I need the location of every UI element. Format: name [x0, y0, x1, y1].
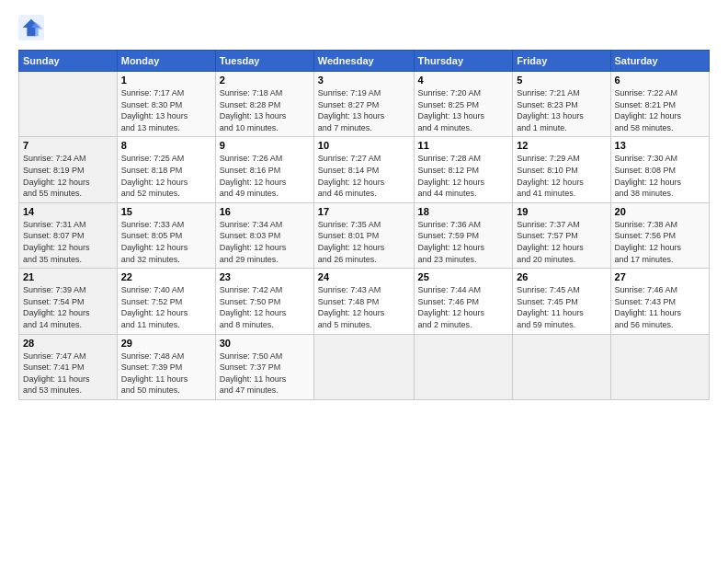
- col-header-sunday: Sunday: [19, 51, 118, 72]
- day-info: Sunrise: 7:40 AM Sunset: 7:52 PM Dayligh…: [121, 284, 211, 330]
- day-info: Sunrise: 7:43 AM Sunset: 7:48 PM Dayligh…: [318, 284, 410, 330]
- day-number: 8: [121, 140, 211, 151]
- day-number: 1: [121, 75, 211, 86]
- col-header-friday: Friday: [513, 51, 610, 72]
- day-cell: 6Sunrise: 7:22 AM Sunset: 8:21 PM Daylig…: [610, 72, 709, 137]
- day-info: Sunrise: 7:46 AM Sunset: 7:43 PM Dayligh…: [615, 284, 705, 330]
- day-number: 9: [220, 140, 310, 151]
- day-number: 4: [418, 75, 509, 86]
- day-cell: [313, 334, 414, 399]
- day-cell: 19Sunrise: 7:37 AM Sunset: 7:57 PM Dayli…: [513, 202, 610, 268]
- col-header-tuesday: Tuesday: [215, 51, 313, 72]
- day-cell: 7Sunrise: 7:24 AM Sunset: 8:19 PM Daylig…: [19, 137, 118, 202]
- day-number: 3: [318, 75, 410, 86]
- day-info: Sunrise: 7:44 AM Sunset: 7:46 PM Dayligh…: [418, 284, 509, 330]
- day-info: Sunrise: 7:28 AM Sunset: 8:12 PM Dayligh…: [418, 153, 509, 199]
- day-info: Sunrise: 7:19 AM Sunset: 8:27 PM Dayligh…: [318, 87, 410, 133]
- page: SundayMondayTuesdayWednesdayThursdayFrid…: [0, 0, 728, 563]
- day-cell: 10Sunrise: 7:27 AM Sunset: 8:14 PM Dayli…: [313, 137, 414, 202]
- day-cell: 2Sunrise: 7:18 AM Sunset: 8:28 PM Daylig…: [215, 72, 313, 137]
- day-info: Sunrise: 7:21 AM Sunset: 8:23 PM Dayligh…: [517, 87, 606, 133]
- day-number: 6: [615, 75, 705, 86]
- day-number: 30: [220, 338, 310, 349]
- day-cell: 27Sunrise: 7:46 AM Sunset: 7:43 PM Dayli…: [610, 269, 709, 334]
- day-info: Sunrise: 7:33 AM Sunset: 8:05 PM Dayligh…: [121, 219, 211, 265]
- day-info: Sunrise: 7:42 AM Sunset: 7:50 PM Dayligh…: [220, 284, 310, 330]
- day-info: Sunrise: 7:34 AM Sunset: 8:03 PM Dayligh…: [220, 219, 310, 265]
- day-cell: 25Sunrise: 7:44 AM Sunset: 7:46 PM Dayli…: [414, 269, 513, 334]
- day-cell: 23Sunrise: 7:42 AM Sunset: 7:50 PM Dayli…: [215, 269, 313, 334]
- day-cell: [513, 334, 610, 399]
- day-info: Sunrise: 7:29 AM Sunset: 8:10 PM Dayligh…: [517, 153, 606, 199]
- day-number: 27: [615, 271, 705, 282]
- day-number: 10: [318, 140, 410, 151]
- day-cell: 21Sunrise: 7:39 AM Sunset: 7:54 PM Dayli…: [19, 269, 118, 334]
- day-cell: 28Sunrise: 7:47 AM Sunset: 7:41 PM Dayli…: [19, 334, 118, 399]
- week-row-4: 21Sunrise: 7:39 AM Sunset: 7:54 PM Dayli…: [19, 269, 710, 334]
- day-cell: 26Sunrise: 7:45 AM Sunset: 7:45 PM Dayli…: [513, 269, 610, 334]
- day-cell: 22Sunrise: 7:40 AM Sunset: 7:52 PM Dayli…: [117, 269, 215, 334]
- day-info: Sunrise: 7:20 AM Sunset: 8:25 PM Dayligh…: [418, 87, 509, 133]
- day-info: Sunrise: 7:50 AM Sunset: 7:37 PM Dayligh…: [220, 350, 310, 396]
- day-info: Sunrise: 7:38 AM Sunset: 7:56 PM Dayligh…: [615, 219, 705, 265]
- day-info: Sunrise: 7:31 AM Sunset: 8:07 PM Dayligh…: [23, 219, 113, 265]
- day-number: 16: [220, 206, 310, 217]
- day-number: 29: [121, 338, 211, 349]
- day-info: Sunrise: 7:22 AM Sunset: 8:21 PM Dayligh…: [615, 87, 705, 133]
- day-number: 5: [517, 75, 606, 86]
- week-row-3: 14Sunrise: 7:31 AM Sunset: 8:07 PM Dayli…: [19, 202, 710, 268]
- day-info: Sunrise: 7:30 AM Sunset: 8:08 PM Dayligh…: [615, 153, 705, 199]
- col-header-saturday: Saturday: [610, 51, 709, 72]
- day-number: 21: [23, 271, 113, 282]
- day-number: 25: [418, 271, 509, 282]
- day-number: 19: [517, 206, 606, 217]
- day-number: 14: [23, 206, 113, 217]
- day-cell: 16Sunrise: 7:34 AM Sunset: 8:03 PM Dayli…: [215, 202, 313, 268]
- day-cell: 11Sunrise: 7:28 AM Sunset: 8:12 PM Dayli…: [414, 137, 513, 202]
- logo-icon: [18, 15, 44, 40]
- header: [18, 15, 710, 40]
- day-info: Sunrise: 7:35 AM Sunset: 8:01 PM Dayligh…: [318, 219, 410, 265]
- header-row: SundayMondayTuesdayWednesdayThursdayFrid…: [19, 51, 710, 72]
- day-cell: 24Sunrise: 7:43 AM Sunset: 7:48 PM Dayli…: [313, 269, 414, 334]
- day-number: 24: [318, 271, 410, 282]
- week-row-1: 1Sunrise: 7:17 AM Sunset: 8:30 PM Daylig…: [19, 72, 710, 137]
- day-number: 23: [220, 271, 310, 282]
- day-cell: 17Sunrise: 7:35 AM Sunset: 8:01 PM Dayli…: [313, 202, 414, 268]
- day-number: 15: [121, 206, 211, 217]
- day-cell: 18Sunrise: 7:36 AM Sunset: 7:59 PM Dayli…: [414, 202, 513, 268]
- day-cell: 20Sunrise: 7:38 AM Sunset: 7:56 PM Dayli…: [610, 202, 709, 268]
- day-info: Sunrise: 7:26 AM Sunset: 8:16 PM Dayligh…: [220, 153, 310, 199]
- day-cell: [414, 334, 513, 399]
- day-number: 18: [418, 206, 509, 217]
- day-number: 28: [23, 338, 113, 349]
- day-cell: 9Sunrise: 7:26 AM Sunset: 8:16 PM Daylig…: [215, 137, 313, 202]
- day-info: Sunrise: 7:27 AM Sunset: 8:14 PM Dayligh…: [318, 153, 410, 199]
- week-row-2: 7Sunrise: 7:24 AM Sunset: 8:19 PM Daylig…: [19, 137, 710, 202]
- day-number: 20: [615, 206, 705, 217]
- day-cell: 30Sunrise: 7:50 AM Sunset: 7:37 PM Dayli…: [215, 334, 313, 399]
- day-number: 7: [23, 140, 113, 151]
- logo: [18, 15, 46, 40]
- day-cell: 14Sunrise: 7:31 AM Sunset: 8:07 PM Dayli…: [19, 202, 118, 268]
- day-info: Sunrise: 7:18 AM Sunset: 8:28 PM Dayligh…: [220, 87, 310, 133]
- day-cell: 29Sunrise: 7:48 AM Sunset: 7:39 PM Dayli…: [117, 334, 215, 399]
- day-number: 17: [318, 206, 410, 217]
- day-info: Sunrise: 7:37 AM Sunset: 7:57 PM Dayligh…: [517, 219, 606, 265]
- day-cell: 13Sunrise: 7:30 AM Sunset: 8:08 PM Dayli…: [610, 137, 709, 202]
- day-info: Sunrise: 7:17 AM Sunset: 8:30 PM Dayligh…: [121, 87, 211, 133]
- day-cell: 1Sunrise: 7:17 AM Sunset: 8:30 PM Daylig…: [117, 72, 215, 137]
- day-number: 2: [220, 75, 310, 86]
- day-info: Sunrise: 7:48 AM Sunset: 7:39 PM Dayligh…: [121, 350, 211, 396]
- day-info: Sunrise: 7:47 AM Sunset: 7:41 PM Dayligh…: [23, 350, 113, 396]
- col-header-monday: Monday: [117, 51, 215, 72]
- day-info: Sunrise: 7:45 AM Sunset: 7:45 PM Dayligh…: [517, 284, 606, 330]
- day-cell: 12Sunrise: 7:29 AM Sunset: 8:10 PM Dayli…: [513, 137, 610, 202]
- day-cell: [19, 72, 118, 137]
- day-number: 11: [418, 140, 509, 151]
- week-row-5: 28Sunrise: 7:47 AM Sunset: 7:41 PM Dayli…: [19, 334, 710, 399]
- day-cell: 8Sunrise: 7:25 AM Sunset: 8:18 PM Daylig…: [117, 137, 215, 202]
- day-cell: 15Sunrise: 7:33 AM Sunset: 8:05 PM Dayli…: [117, 202, 215, 268]
- day-info: Sunrise: 7:36 AM Sunset: 7:59 PM Dayligh…: [418, 219, 509, 265]
- col-header-thursday: Thursday: [414, 51, 513, 72]
